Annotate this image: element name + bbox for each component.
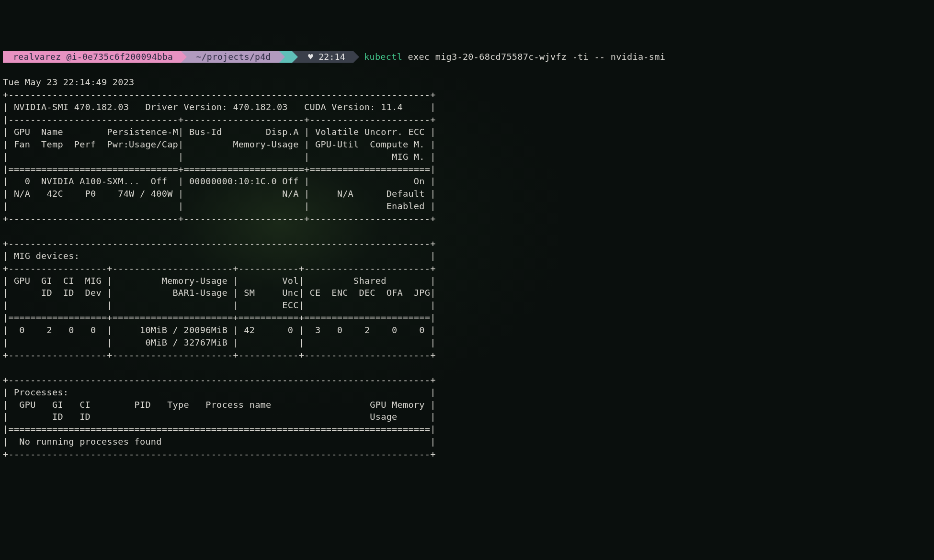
table-border: +---------------------------------------… xyxy=(3,449,436,459)
prompt-host: @i-0e735c6f200094bba xyxy=(67,52,173,62)
gpu-row-2: | N/A 42C P0 74W / 400W | N/A | N/A Defa… xyxy=(3,189,436,199)
shell-prompt[interactable]: realvarez @i-0e735c6f200094bba ~/project… xyxy=(3,51,931,63)
table-separator: |==================+====================… xyxy=(3,313,436,323)
table-separator: |-------------------------------+-------… xyxy=(3,114,436,124)
cmd-keyword: kubectl xyxy=(364,52,402,62)
header-versions: | NVIDIA-SMI 470.182.03 Driver Version: … xyxy=(3,102,436,112)
processes-title: | Processes: | xyxy=(3,387,436,397)
gpu-row-3: | | | Enabled | xyxy=(3,201,436,211)
heart-icon: ♥ xyxy=(308,52,313,62)
gpu-header-row-2: | Fan Temp Perf Pwr:Usage/Cap| Memory-Us… xyxy=(3,139,436,149)
prompt-time-segment: ♥ 22:14 xyxy=(292,51,353,63)
table-separator: |===============================+=======… xyxy=(3,164,436,174)
processes-header-1: | GPU GI CI PID Type Process name GPU Me… xyxy=(3,400,436,410)
mig-row-2: | | 0MiB / 32767MiB | | | xyxy=(3,337,436,347)
gpu-header-row-1: | GPU Name Persistence-M| Bus-Id Disp.A … xyxy=(3,127,436,137)
table-border: +-------------------------------+-------… xyxy=(3,213,436,224)
processes-header-2: | ID ID Usage | xyxy=(3,412,436,422)
table-separator: |=======================================… xyxy=(3,424,436,434)
gpu-row-1: | 0 NVIDIA A100-SXM... Off | 00000000:10… xyxy=(3,176,436,186)
output-timestamp: Tue May 23 22:14:49 2023 xyxy=(3,77,135,87)
prompt-path-segment: ~/projects/p4d xyxy=(181,51,279,63)
no-processes-msg: | No running processes found | xyxy=(3,437,436,447)
mig-row-1: | 0 2 0 0 | 10MiB / 20096MiB | 42 0 | 3 … xyxy=(3,325,436,335)
mig-header-row-3: | | | ECC| | xyxy=(3,300,436,310)
prompt-path: ~/projects/p4d xyxy=(196,52,271,62)
shell-command[interactable]: kubectl exec mig3-20-68cd75587c-wjvfz -t… xyxy=(364,51,665,63)
prompt-time: 22:14 xyxy=(319,52,345,62)
table-border: +------------------+--------------------… xyxy=(3,350,436,360)
nvidia-smi-output: Tue May 23 22:14:49 2023 +--------------… xyxy=(3,76,931,460)
table-border: +---------------------------------------… xyxy=(3,90,436,100)
prompt-user: realvarez xyxy=(13,52,61,62)
mig-header-row-2: | ID ID Dev | BAR1-Usage | SM Unc| CE EN… xyxy=(3,288,436,298)
prompt-user-host-segment: realvarez @i-0e735c6f200094bba xyxy=(3,51,181,63)
mig-title: | MIG devices: | xyxy=(3,251,436,261)
mig-header-row-1: | GPU GI CI MIG | Memory-Usage | Vol| Sh… xyxy=(3,276,436,286)
table-border: +---------------------------------------… xyxy=(3,238,436,248)
table-border: +---------------------------------------… xyxy=(3,375,436,385)
table-separator: +------------------+--------------------… xyxy=(3,263,436,273)
cmd-args: exec mig3-20-68cd75587c-wjvfz -ti -- nvi… xyxy=(402,52,665,62)
gpu-header-row-3: | | | MIG M. | xyxy=(3,152,436,162)
